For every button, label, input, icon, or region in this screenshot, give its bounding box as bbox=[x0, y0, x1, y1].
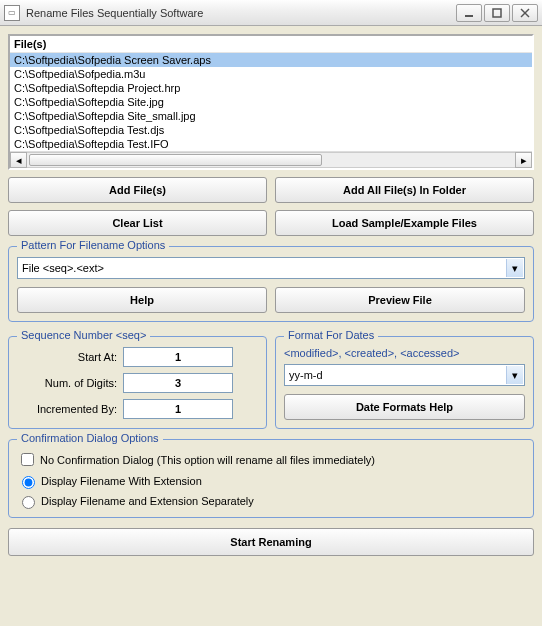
start-renaming-button[interactable]: Start Renaming bbox=[8, 528, 534, 556]
confirmation-groupbox: Confirmation Dialog Options No Confirmat… bbox=[8, 439, 534, 518]
date-format-combo[interactable]: yy-m-d ▾ bbox=[284, 364, 525, 386]
maximize-button[interactable] bbox=[484, 4, 510, 22]
date-formats-help-button[interactable]: Date Formats Help bbox=[284, 394, 525, 420]
clear-list-button[interactable]: Clear List bbox=[8, 210, 267, 236]
file-row[interactable]: C:\Softpedia\Softepdia Site.jpg bbox=[10, 95, 532, 109]
chevron-down-icon[interactable]: ▾ bbox=[506, 259, 523, 277]
file-list[interactable]: C:\Softpedia\Sofpedia Screen Saver.apsC:… bbox=[10, 53, 532, 151]
file-row[interactable]: C:\Softpedia\Sofpedia.m3u bbox=[10, 67, 532, 81]
app-icon: ▭ bbox=[4, 5, 20, 21]
file-row[interactable]: C:\Softpedia\Sofpedia Screen Saver.aps bbox=[10, 53, 532, 67]
separate-label: Display Filename and Extension Separatel… bbox=[41, 495, 254, 507]
file-row[interactable]: C:\Softpedia\Softepdia Test.djs bbox=[10, 123, 532, 137]
preview-file-button[interactable]: Preview File bbox=[275, 287, 525, 313]
title-bar: ▭ Rename Files Sequentially Software bbox=[0, 0, 542, 26]
sequence-groupbox: Sequence Number <seq> Start At: Num. of … bbox=[8, 336, 267, 429]
num-digits-label: Num. of Digits: bbox=[17, 377, 117, 389]
pattern-legend: Pattern For Filename Options bbox=[17, 239, 169, 251]
dates-note: <modified>, <created>, <accessed> bbox=[284, 347, 525, 359]
with-ext-radio-row[interactable]: Display Filename With Extension bbox=[17, 473, 525, 489]
file-row[interactable]: C:\Softpedia\Softepdia Test.IFO bbox=[10, 137, 532, 151]
file-list-box: File(s) C:\Softpedia\Sofpedia Screen Sav… bbox=[8, 34, 534, 170]
start-at-input[interactable] bbox=[124, 348, 232, 366]
scroll-right-arrow-icon[interactable]: ▸ bbox=[515, 152, 532, 168]
scroll-left-arrow-icon[interactable]: ◂ bbox=[10, 152, 27, 168]
no-confirm-checkbox-row[interactable]: No Confirmation Dialog (This option will… bbox=[17, 450, 525, 469]
file-list-header[interactable]: File(s) bbox=[10, 36, 532, 53]
scroll-thumb[interactable] bbox=[29, 154, 322, 166]
pattern-groupbox: Pattern For Filename Options File <seq>.… bbox=[8, 246, 534, 322]
num-digits-field[interactable] bbox=[123, 373, 233, 393]
separate-radio-row[interactable]: Display Filename and Extension Separatel… bbox=[17, 493, 525, 509]
file-row[interactable]: C:\Softpedia\Softepdia Project.hrp bbox=[10, 81, 532, 95]
start-at-field[interactable] bbox=[123, 347, 233, 367]
no-confirm-checkbox[interactable] bbox=[21, 453, 34, 466]
pattern-combo[interactable]: File <seq>.<ext> ▾ bbox=[17, 257, 525, 279]
pattern-value: File <seq>.<ext> bbox=[22, 262, 104, 274]
add-all-in-folder-button[interactable]: Add All File(s) In Folder bbox=[275, 177, 534, 203]
no-confirm-label: No Confirmation Dialog (This option will… bbox=[40, 454, 375, 466]
confirmation-legend: Confirmation Dialog Options bbox=[17, 432, 163, 444]
date-format-value: yy-m-d bbox=[289, 369, 323, 381]
horizontal-scrollbar[interactable]: ◂ ▸ bbox=[10, 151, 532, 168]
load-sample-button[interactable]: Load Sample/Example Files bbox=[275, 210, 534, 236]
incremented-by-input[interactable] bbox=[124, 400, 232, 418]
window-title: Rename Files Sequentially Software bbox=[26, 7, 454, 19]
sequence-legend: Sequence Number <seq> bbox=[17, 329, 150, 341]
minimize-button[interactable] bbox=[456, 4, 482, 22]
incremented-by-field[interactable] bbox=[123, 399, 233, 419]
separate-radio[interactable] bbox=[22, 496, 35, 509]
svg-rect-1 bbox=[493, 9, 501, 17]
incremented-by-label: Incremented By: bbox=[17, 403, 117, 415]
with-ext-radio[interactable] bbox=[22, 476, 35, 489]
scroll-track[interactable] bbox=[27, 152, 515, 168]
start-at-label: Start At: bbox=[17, 351, 117, 363]
dates-groupbox: Format For Dates <modified>, <created>, … bbox=[275, 336, 534, 429]
with-ext-label: Display Filename With Extension bbox=[41, 475, 202, 487]
help-button[interactable]: Help bbox=[17, 287, 267, 313]
close-button[interactable] bbox=[512, 4, 538, 22]
file-row[interactable]: C:\Softpedia\Softepdia Site_small.jpg bbox=[10, 109, 532, 123]
add-files-button[interactable]: Add File(s) bbox=[8, 177, 267, 203]
dates-legend: Format For Dates bbox=[284, 329, 378, 341]
num-digits-input[interactable] bbox=[124, 374, 232, 392]
chevron-down-icon[interactable]: ▾ bbox=[506, 366, 523, 384]
